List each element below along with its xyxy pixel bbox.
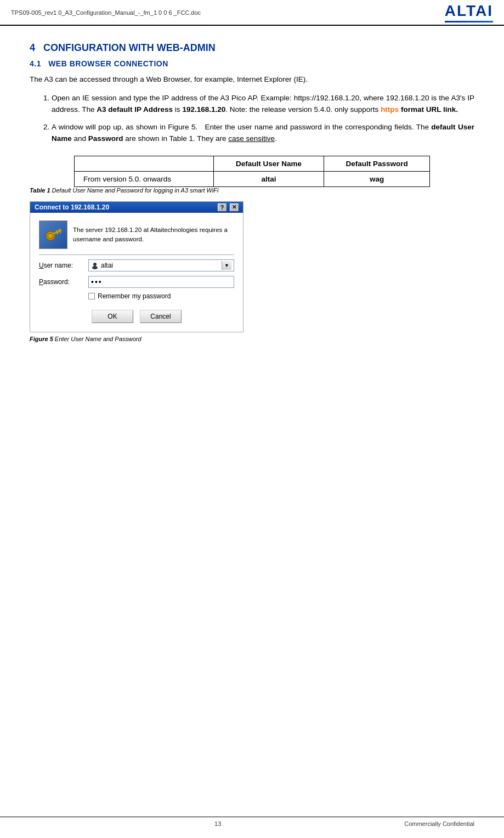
bold-password: Password [88,134,123,143]
svg-point-5 [93,263,97,266]
credentials-table-container: Default User Name Default Password From … [30,156,474,194]
bold-a3-default: A3 default IP Address [97,105,173,114]
main-content: 4 CONFIGURATION WITH WEB-ADMIN 4.1 WEB B… [0,26,504,364]
footer-confidential: Commercially Confidential [404,820,474,827]
col-header-username: Default User Name [213,156,324,171]
svg-point-6 [92,266,98,269]
table-header-row: Default User Name Default Password [75,156,430,171]
close-button[interactable]: ✕ [230,203,239,211]
intro-paragraph: The A3 can be accessed through a Web Bro… [30,73,474,86]
table-caption-bold: Table 1 [30,187,50,194]
password-field-row: Password: ••• [39,276,234,288]
username-dropdown-btn[interactable]: ▼ [222,261,231,270]
username-input-container[interactable]: altai ▼ [88,259,234,271]
dialog-screenshot: Connect to 192.168.1.20 ? ✕ [30,201,243,332]
section4-number: 4 [30,42,41,53]
remember-checkbox[interactable] [88,293,95,299]
titlebar-buttons: ? ✕ [218,203,239,211]
help-button[interactable]: ? [218,203,226,211]
dialog-body: The server 192.168.1.20 at Altaitechnolo… [30,213,243,332]
figure-caption-text: Enter User Name and Password [55,336,141,342]
table-empty-cell [75,156,214,171]
dialog-titlebar: Connect to 192.168.1.20 ? ✕ [30,202,243,213]
section4-heading: 4 CONFIGURATION WITH WEB-ADMIN [30,42,474,54]
footer-page-number: 13 [31,820,404,827]
username-label: User name: [39,262,88,269]
dialog-title: Connect to 192.168.1.20 [35,203,109,211]
altai-logo: ALTAI [445,2,493,22]
figure-caption: Figure 5 Enter User Name and Password [30,336,474,342]
logo-text: ALTAI [445,2,493,20]
remember-label: Remember my password [98,292,171,300]
table-row-label: From version 5.0. onwards [75,171,214,186]
logo-underline [445,21,493,22]
close-icon: ✕ [232,204,236,210]
case-sensitive-text: case sensitive [228,134,275,143]
table-caption-text: Default User Name and Password for loggi… [50,187,219,194]
col-header-password: Default Password [324,156,430,171]
password-label: Password: [39,278,88,286]
table-password-value: wag [324,171,430,186]
list-item-2: A window will pop up, as shown in Figure… [52,121,474,145]
username-value: altai [101,262,219,269]
user-icon [91,262,99,269]
password-value: ••• [91,278,231,286]
page-footer: 13 Commercially Confidential [0,817,504,827]
list-item-1: Open an IE session and type the IP addre… [52,92,474,116]
page-header: TPS09-005_rev1 0_A3_Configuration_Manual… [0,0,504,26]
section41-heading: 4.1 WEB BROWSER CONNECTION [30,59,474,68]
ok-button[interactable]: OK [92,310,133,323]
remember-checkbox-row: Remember my password [88,292,234,300]
cancel-button[interactable]: Cancel [140,310,182,323]
key-icon [43,225,63,245]
dialog-server-text: The server 192.168.1.20 at Altaitechnolo… [73,225,234,245]
filename-label: TPS09-005_rev1 0_A3_Configuration_Manual… [11,9,201,16]
section41-number: 4.1 [30,59,46,68]
https-text: https [381,105,399,114]
dialog-buttons-row: OK Cancel [39,308,234,326]
dialog-divider [39,254,234,255]
password-input-container[interactable]: ••• [88,276,234,288]
dialog-icon-row: The server 192.168.1.20 at Altaitechnolo… [39,220,234,249]
svg-line-3 [59,229,60,233]
table-caption: Table 1 Default User Name and Password f… [30,187,474,194]
bold-ip: 192.168.1.20 [182,105,225,114]
section41-title: WEB BROWSER CONNECTION [48,59,168,68]
credentials-table: Default User Name Default Password From … [74,156,430,187]
table-username-value: altai [213,171,324,186]
instructions-list: Open an IE session and type the IP addre… [52,92,474,145]
table-data-row: From version 5.0. onwards altai wag [75,171,430,186]
section4-title: CONFIGURATION WITH WEB-ADMIN [43,42,216,53]
bold-format: format URL link. [401,105,458,114]
dialog-key-icon-bg [39,220,67,249]
username-field-row: User name: altai ▼ [39,259,234,271]
figure-caption-bold: Figure 5 [30,336,53,342]
